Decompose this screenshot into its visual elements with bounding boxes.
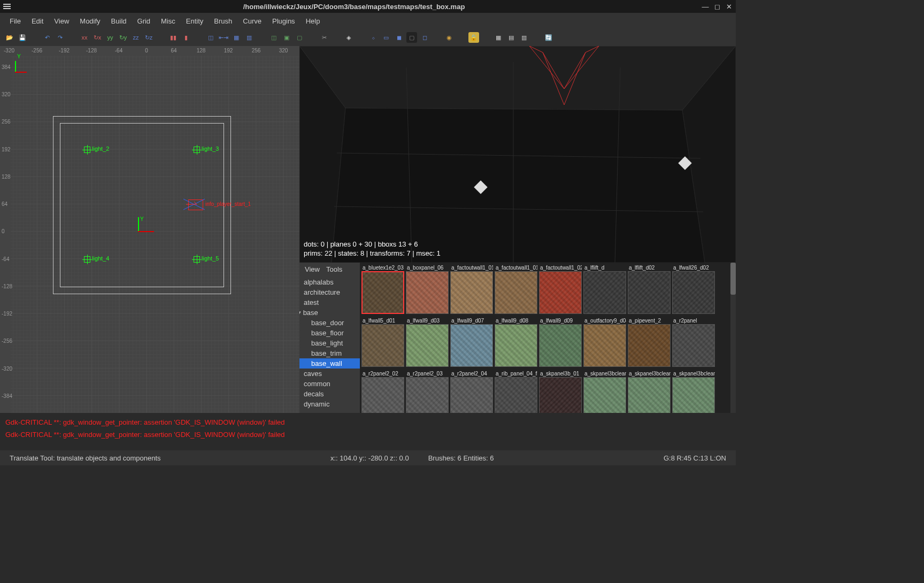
texture-item[interactable]: a_lfwall9_d03 [406,317,449,369]
tex-tab-tools[interactable]: Tools [326,265,342,273]
menu-modify[interactable]: Modify [74,15,105,27]
texture-swatch[interactable] [539,271,582,314]
close-button[interactable]: ✕ [725,3,733,10]
face-icon[interactable]: ◼ [394,32,404,43]
viewport-3d[interactable]: dots: 0 | planes 0 + 30 | bboxs 13 + 6 p… [299,46,736,263]
select-partial-icon[interactable]: ▥ [244,32,255,43]
texture-item[interactable]: a_r2panel [672,317,715,369]
tree-item-selected[interactable]: base_wall [299,358,360,369]
select-complete-icon[interactable]: ▦ [231,32,242,43]
texture-item[interactable]: a_r2panel2_02 [361,370,404,413]
app-menu-icon[interactable] [3,3,11,10]
texlock-icon[interactable]: 🔒 [468,32,479,43]
texture-item[interactable]: a_lfwall9_d08 [495,317,537,369]
csg-merge-icon[interactable]: ▣ [281,32,292,43]
entity-light[interactable] [194,256,200,263]
menu-file[interactable]: File [4,15,26,27]
menu-plugins[interactable]: Plugins [267,15,301,27]
menu-build[interactable]: Build [106,15,132,27]
tool-a-icon[interactable]: ▮▮ [168,32,179,43]
texture-swatch[interactable] [406,271,449,314]
texture-swatch[interactable] [406,377,449,413]
texture-item[interactable]: a_lfwall26_d02 [672,264,715,316]
layout2-icon[interactable]: ▤ [506,32,517,43]
texture-item[interactable]: a_skpanel3bclean_03 [672,370,715,413]
undo-icon[interactable]: ↶ [42,32,52,43]
tex-tab-view[interactable]: View [305,265,320,273]
entity-player-start[interactable] [188,200,203,210]
tree-item[interactable]: ▾ base [299,308,360,318]
entity-light[interactable] [194,147,200,153]
texture-swatch[interactable] [583,271,626,314]
tree-item[interactable]: dynamic [299,399,360,409]
tool-b-icon[interactable]: ▮ [181,32,191,43]
menu-help[interactable]: Help [301,15,326,27]
tree-item[interactable]: base_trim [299,348,360,358]
texture-swatch[interactable] [495,271,537,314]
select-touching-icon[interactable]: ◫ [205,32,216,43]
edge-icon[interactable]: ▭ [381,32,391,43]
texture-swatch[interactable] [628,324,671,367]
menu-brush[interactable]: Brush [209,15,237,27]
menu-misc[interactable]: Misc [156,15,181,27]
texture-item[interactable]: a_r2panel2_03 [406,370,449,413]
texture-swatch[interactable] [361,271,404,314]
texture-swatch[interactable] [583,324,626,367]
select-inside-icon[interactable]: ⇤⇥ [218,32,229,43]
texture-swatch[interactable] [450,377,493,413]
texture-swatch[interactable] [672,324,715,367]
patch-icon[interactable]: ◉ [444,32,455,43]
rotate-y-icon[interactable]: ↻y [118,32,128,43]
menu-grid[interactable]: Grid [132,15,156,27]
entity-light[interactable] [84,256,90,263]
menu-entity[interactable]: Entity [181,15,209,27]
clip-icon[interactable]: ✂ [319,32,329,43]
vertex-icon[interactable]: ⬦ [368,32,379,43]
menu-view[interactable]: View [49,15,74,27]
view-icon[interactable]: ◈ [343,32,354,43]
texture-swatch[interactable] [539,377,582,413]
texture-swatch[interactable] [628,377,671,413]
tree-item[interactable]: base_door [299,318,360,328]
rotate-z-icon[interactable]: ↻z [143,32,154,43]
texture-swatch[interactable] [361,324,404,367]
texture-item[interactable]: a_lflift_d02 [628,264,671,316]
menu-edit[interactable]: Edit [26,15,49,27]
tree-item[interactable]: base_floor [299,328,360,338]
tree-item[interactable]: atest [299,297,360,308]
tree-item[interactable]: architecture [299,287,360,297]
translate-icon[interactable]: ▢ [406,32,417,43]
rotate-x-icon[interactable]: ↻x [92,32,103,43]
texture-item[interactable]: a_boxpanel_06 [406,264,449,316]
texture-swatch[interactable] [539,324,582,367]
tree-item[interactable]: common [299,379,360,389]
texture-item[interactable]: a_lflift_d [583,264,626,316]
minimize-button[interactable]: — [702,3,709,10]
csg-subtract-icon[interactable]: ◫ [268,32,279,43]
tree-item[interactable]: alphalabs [299,277,360,287]
rotate-tool-icon[interactable]: ◻ [419,32,430,43]
texture-item[interactable]: a_factoutwall1_01c [495,264,537,316]
texture-grid[interactable]: a_bluetex1e2_03a_boxpanel_06a_factoutwal… [360,263,730,413]
csg-hollow-icon[interactable]: ▢ [294,32,305,43]
flip-y-icon[interactable]: yy [105,32,116,43]
texture-item[interactable]: a_r2panel2_04 [450,370,493,413]
texture-item[interactable]: a_lfwall9_d09 [539,317,582,369]
flip-z-icon[interactable]: zz [130,32,141,43]
scrollbar[interactable] [730,263,736,413]
maximize-button[interactable]: ◻ [713,3,721,10]
texture-item[interactable]: a_lfwall5_d01 [361,317,404,369]
texture-swatch[interactable] [628,271,671,314]
texture-item[interactable]: a_bluetex1e2_03 [361,264,404,316]
texture-swatch[interactable] [406,324,449,367]
tree-item[interactable]: caves [299,369,360,379]
tree-item[interactable]: base_light [299,338,360,348]
texture-item[interactable]: a_skpanel3b_01 [539,370,582,413]
texture-swatch[interactable] [361,377,404,413]
texture-item[interactable]: a_pipevent_2 [628,317,671,369]
layout1-icon[interactable]: ▦ [493,32,504,43]
grid-2d-viewport[interactable]: -320 -256 -192 -128 -64 0 64 128 192 256… [0,46,299,413]
texture-swatch[interactable] [450,324,493,367]
texture-swatch[interactable] [583,377,626,413]
tree-item[interactable]: decals [299,389,360,399]
